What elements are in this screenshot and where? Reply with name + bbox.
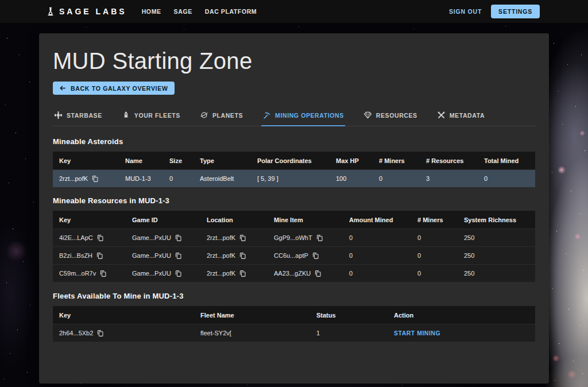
copy-icon[interactable] [312,252,319,260]
column-header: Total Mined [484,157,535,164]
settings-button[interactable]: SETTINGS [491,5,540,18]
tab-label: METADATA [450,112,485,119]
key-text: 2h64...5Xb2 [59,330,93,336]
cell-system-richness: 250 [464,270,535,277]
tab-label: PLANETS [212,112,243,119]
copy-icon[interactable] [239,234,246,242]
location-text: 2rzt...pofK [207,234,235,241]
back-button-label: BACK TO GALAXY OVERVIEW [71,85,168,92]
cell-type: AsteroidBelt [200,175,257,182]
column-header: Amount Mined [349,216,417,223]
nav-right: SIGN OUT SETTINGS [449,5,540,18]
table-row-resource: B2zi...BsZH Game...PxUU 2rzt...pofK CC6u… [53,247,535,264]
copy-icon[interactable] [175,234,182,242]
start-mining-button[interactable]: START MINING [394,330,440,336]
cell-mine-item: CC6u...aptP [274,252,349,260]
resources-table-header: Key Game ID Location Mine Item Amount Mi… [53,211,535,229]
table-row-asteroid[interactable]: 2rzt...pofK MUD-1-3 0 AsteroidBelt [ 5, … [53,170,535,187]
column-header: Fleet Name [200,312,316,319]
copy-icon[interactable] [96,330,104,337]
copy-icon[interactable] [239,270,246,277]
tab-label: STARBASE [67,112,102,119]
tab-bar: STARBASE YOUR FLEETS PLANETS MINING OPER… [53,106,535,126]
key-text: 2rzt...pofK [59,175,88,182]
cell-max-hp: 100 [336,175,379,182]
cell-key: 4i2E...LApC [59,234,132,242]
column-header: Action [394,312,535,319]
table-row-resource: C59m...oR7v Game...PxUU 2rzt...pofK AA23… [53,265,535,282]
cell-location: 2rzt...pofK [207,270,274,277]
column-header: Mine Item [274,216,349,223]
brand-name: SAGE LABS [59,7,127,16]
cell-amount-mined: 0 [349,270,417,277]
copy-icon[interactable] [239,252,246,260]
copy-icon[interactable] [99,270,107,277]
fleets-table: Key Fleet Name Status Action 2h64...5Xb2… [53,306,535,342]
copy-icon[interactable] [175,252,182,260]
tab-mining-operations[interactable]: MINING OPERATIONS [261,106,345,126]
tab-metadata[interactable]: METADATA [436,106,486,126]
nav-link-sage[interactable]: SAGE [174,8,192,15]
location-text: 2rzt...pofK [207,252,235,259]
asteroids-table: Key Name Size Type Polar Coordinates Max… [53,152,535,187]
cell-game-id: Game...PxUU [132,270,207,277]
nav-link-home[interactable]: HOME [142,8,161,15]
brand: SAGE LABS [46,7,127,16]
column-header: Name [125,157,169,164]
cell-miners: 0 [417,270,464,277]
copy-icon[interactable] [91,175,99,183]
cell-name: MUD-1-3 [125,175,169,182]
mine-item-text: AA23...gZKU [274,270,311,277]
cell-amount-mined: 0 [349,234,417,241]
tab-label: YOUR FLEETS [134,112,180,119]
tab-your-fleets[interactable]: YOUR FLEETS [121,106,181,126]
copy-icon[interactable] [96,252,103,260]
sage-labs-logo-icon [46,7,55,16]
fleets-table-header: Key Fleet Name Status Action [53,306,535,324]
column-header: Key [59,312,200,319]
asteroids-table-header: Key Name Size Type Polar Coordinates Max… [53,152,535,169]
location-text: 2rzt...pofK [207,270,235,277]
game-id-text: Game...PxUU [132,270,171,277]
arrow-left-icon [59,84,67,92]
planet-icon [200,111,208,119]
copy-icon[interactable] [175,270,182,277]
cell-fleet-name: fleet-SY2v[ [200,330,316,336]
main-card: MUD Starting Zone BACK TO GALAXY OVERVIE… [39,33,549,384]
cell-amount-mined: 0 [349,252,417,259]
cell-game-id: Game...PxUU [132,234,207,242]
key-text: B2zi...BsZH [59,252,92,259]
cell-system-richness: 250 [464,234,535,241]
back-to-galaxy-button[interactable]: BACK TO GALAXY OVERVIEW [53,82,175,95]
cell-mine-item: AA23...gZKU [274,270,349,277]
table-row-fleet: 2h64...5Xb2 fleet-SY2v[ 1 START MINING [53,324,535,342]
mine-item-text: GgP9...oWhT [274,234,312,241]
tab-starbase[interactable]: STARBASE [53,106,103,126]
top-nav: SAGE LABS HOME SAGE DAC PLATFORM SIGN OU… [0,0,588,23]
copy-icon[interactable] [96,234,104,242]
column-header: Game ID [132,216,207,223]
cell-size: 0 [169,175,200,182]
copy-icon[interactable] [316,234,323,242]
table-row-resource: 4i2E...LApC Game...PxUU 2rzt...pofK GgP9… [53,229,535,246]
column-header: # Miners [417,216,464,223]
column-header: System Richness [464,216,535,223]
column-header: Status [316,312,394,319]
tab-resources[interactable]: RESOURCES [362,106,419,126]
starbase-icon [54,111,63,119]
column-header: Key [59,157,125,164]
tab-label: RESOURCES [376,112,417,119]
game-id-text: Game...PxUU [132,252,171,259]
tab-planets[interactable]: PLANETS [199,106,244,126]
copy-icon[interactable] [314,270,322,277]
section-heading-mineable-resources: Mineable Resources in MUD-1-3 [53,196,535,205]
cell-key: C59m...oR7v [59,270,132,277]
key-text: 4i2E...LApC [59,234,93,241]
sign-out-button[interactable]: SIGN OUT [449,8,482,15]
key-text: C59m...oR7v [59,270,96,277]
column-header: Location [207,216,274,223]
nav-link-dac-platform[interactable]: DAC PLATFORM [205,8,257,15]
rocket-icon [122,111,130,119]
column-header: Max HP [336,157,379,164]
resources-table: Key Game ID Location Mine Item Amount Mi… [53,211,535,282]
